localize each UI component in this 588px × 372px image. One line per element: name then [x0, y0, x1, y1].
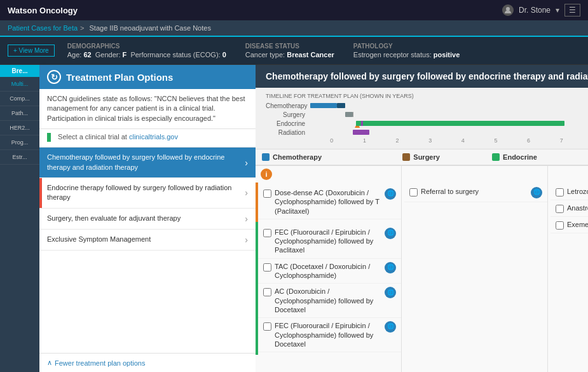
nccn-notice: NCCN guidelines state as follows: "NCCN … — [39, 89, 256, 129]
drug-info-icon-5[interactable]: 🌐 — [385, 321, 396, 333]
treatment-option-endocrine[interactable]: Endocrine therapy followed by surgery fo… — [39, 178, 256, 209]
treatment-option-surgery[interactable]: Surgery, then evaluate for adjuvant ther… — [39, 209, 256, 230]
clinical-trial-link[interactable]: clinicaltrials.gov — [129, 133, 178, 141]
demographics-section: DEMOGRAPHICS Age: 62 Gender: F Performan… — [67, 43, 226, 59]
treatment-option-active[interactable]: Chemotherapy followed by surgery followe… — [39, 148, 256, 178]
surgery-info-icon-1[interactable]: 🌐 — [531, 187, 542, 198]
right-content-area: Chemotherapy followed by surgery followe… — [256, 65, 588, 372]
breadcrumb-current: Stage IIB neoadjuvant with Case Notes — [90, 24, 211, 32]
sidebar-item-multi[interactable]: Multi... — [0, 77, 39, 92]
drug-checkbox-5[interactable] — [263, 322, 271, 331]
timeline-row-endocrine: Endocrine ▲ — [266, 120, 578, 127]
top-navigation: Watson Oncology Dr. Stone ▾ ☰ — [0, 0, 588, 20]
timeline-axis: 0 1 2 3 4 5 6 7 — [315, 137, 578, 144]
timeline-surgery-bar — [345, 112, 353, 117]
user-name: Dr. Stone — [519, 6, 550, 15]
drug-checkbox-1[interactable] — [263, 189, 271, 198]
drug-info-icon-3[interactable]: 🌐 — [385, 262, 396, 273]
sidebar-item-path[interactable]: Path... — [0, 106, 39, 121]
axis-4: 4 — [447, 137, 480, 144]
drug-name-3: TAC (Docetaxel / Doxorubicin / Cyclophos… — [275, 262, 381, 280]
endocrine-col-label: Endocrine — [503, 153, 537, 161]
info-icon-orange[interactable]: i — [261, 169, 272, 180]
main-content: Bre... Multi... Comp... Path... HER2... … — [0, 65, 588, 372]
treatment-option-symptom[interactable]: Exclusive Symptom Management › — [39, 230, 256, 251]
axis-0: 0 — [315, 137, 348, 144]
surgery-marker — [353, 112, 353, 117]
menu-icon[interactable]: ☰ — [564, 4, 580, 17]
column-headers: Chemotherapy Surgery Endocrine — [256, 149, 588, 166]
axis-3: 3 — [414, 137, 447, 144]
refresh-icon: ↻ — [47, 70, 61, 84]
treatment-panel: ↻ Treatment Plan Options NCCN guidelines… — [39, 65, 256, 372]
drug-info-icon-2[interactable]: 🌐 — [385, 228, 396, 239]
surgery-name-1: Referral to surgery — [421, 187, 528, 196]
drug-name-4: AC (Doxorubicin / Cyclophosphamide) foll… — [275, 287, 381, 314]
chemo-drug-section-2: FEC (Fluorouracil / Epirubicin / Cycloph… — [256, 222, 401, 355]
axis-2: 2 — [381, 137, 414, 144]
timeline-radiation-label: Radiation — [266, 129, 310, 136]
endocrine-marker — [361, 121, 363, 126]
surgery-column: Referral to surgery 🌐 — [402, 166, 548, 372]
treatment-header: ↻ Treatment Plan Options — [39, 65, 256, 89]
drug-checkbox-4[interactable] — [263, 288, 271, 296]
endocrine-badge — [492, 153, 500, 161]
disease-status-label: DISEASE STATUS — [245, 43, 334, 50]
timeline-chemo-bar — [310, 103, 337, 108]
timeline-chemo-label: Chemotherapy — [266, 102, 310, 109]
col-header-chemo: Chemotherapy — [256, 149, 396, 165]
drug-name-1: Dose-dense AC (Doxorubicin / Cyclophosph… — [275, 188, 381, 216]
chevron-right-icon-2: › — [245, 188, 248, 198]
drug-item-1: Dose-dense AC (Doxorubicin / Cyclophosph… — [258, 185, 401, 219]
drug-item-3: TAC (Docetaxel / Doxorubicin / Cyclophos… — [258, 259, 401, 284]
timeline-endocrine-bar-area: ▲ — [310, 120, 578, 127]
endocrine-checkbox-3[interactable] — [556, 221, 564, 230]
timeline-section: TIMELINE FOR TREATMENT PLAN (shown in ye… — [256, 88, 588, 149]
timeline-label: TIMELINE FOR TREATMENT PLAN (shown in ye… — [266, 93, 578, 99]
chemo-col-label: Chemotherapy — [273, 153, 322, 161]
endocrine-checkbox-1[interactable] — [556, 188, 564, 196]
timeline-endocrine-label: Endocrine — [266, 120, 310, 127]
endocrine-checkbox-2[interactable] — [556, 205, 564, 213]
endocrine-item-3: Exemestane at least 5 years — [550, 217, 588, 233]
drug-checkbox-2[interactable] — [263, 229, 271, 237]
chevron-right-icon: › — [245, 158, 248, 168]
timeline-row-radiation: Radiation — [266, 128, 578, 136]
timeline-chemo-bar2 — [337, 103, 345, 108]
timeline-row-surgery: Surgery — [266, 111, 578, 118]
pathology-label: PATHOLOGY — [353, 43, 460, 50]
sidebar-item-prog[interactable]: Prog... — [0, 135, 39, 150]
surgery-checkbox-1[interactable] — [409, 188, 418, 196]
surgery-col-label: Surgery — [413, 153, 440, 161]
sidebar-item-comp[interactable]: Comp... — [0, 92, 39, 106]
disease-status-value: Cancer type: Breast Cancer — [245, 51, 334, 59]
fewer-options-button[interactable]: ∧ Fewer treatment plan options — [39, 353, 256, 372]
sidebar-item-her2[interactable]: HER2... — [0, 121, 39, 135]
breadcrumb-link[interactable]: Patient Cases for Beta — [8, 24, 78, 32]
drug-checkbox-3[interactable] — [263, 263, 271, 272]
axis-1: 1 — [348, 137, 381, 144]
sidebar-item-estr[interactable]: Estr... — [0, 150, 39, 165]
user-avatar — [502, 4, 514, 16]
chemo-badge — [262, 153, 270, 161]
drug-info-icon-4[interactable]: 🌐 — [385, 287, 396, 298]
endocrine-name-1: Letrozole at least 5 years — [567, 187, 588, 196]
demographics-label: DEMOGRAPHICS — [67, 43, 226, 50]
drug-item-4: AC (Doxorubicin / Cyclophosphamide) foll… — [258, 284, 401, 318]
option-text-active: Chemotherapy followed by surgery followe… — [47, 153, 245, 172]
view-more-button[interactable]: + View More — [8, 45, 55, 57]
chevron-up-icon: ∧ — [47, 359, 52, 367]
endocrine-info-row — [548, 166, 588, 181]
user-dropdown-icon[interactable]: ▾ — [556, 6, 559, 15]
option-text-symptom: Exclusive Symptom Management — [47, 235, 245, 244]
timeline-row-chemo: Chemotherapy — [266, 102, 578, 109]
endocrine-name-2: Anastrozole at least 5 years — [567, 203, 588, 212]
drug-item-2: FEC (Fluorouracil / Epirubicin / Cycloph… — [258, 224, 401, 259]
chevron-right-icon-4: › — [245, 235, 248, 245]
surgery-drug-section: Referral to surgery 🌐 — [402, 181, 547, 205]
pathology-value: Estrogen receptor status: positive — [353, 51, 460, 59]
drug-info-icon-1[interactable]: 🌐 — [385, 188, 396, 200]
option-text-endocrine: Endocrine therapy followed by surgery fo… — [47, 183, 245, 203]
endocrine-item-2: Anastrozole at least 5 years — [550, 200, 588, 217]
right-panel-title: Chemotherapy followed by surgery followe… — [256, 65, 588, 88]
